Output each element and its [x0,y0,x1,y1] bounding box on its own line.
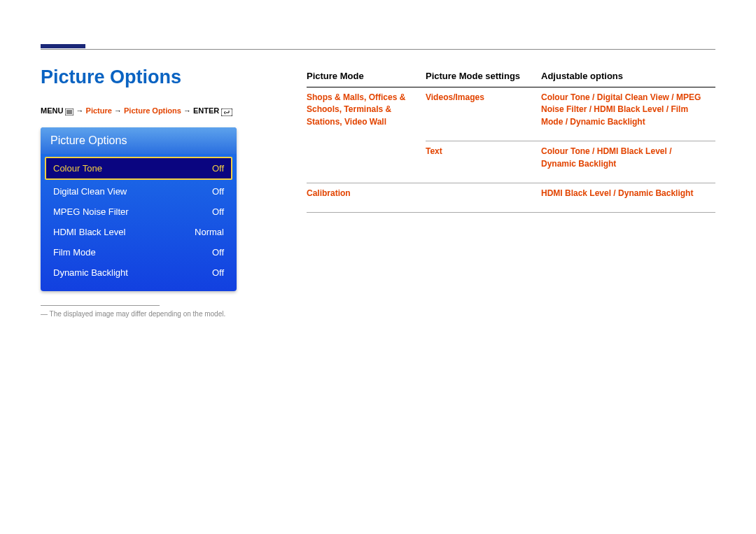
enter-icon [221,107,232,116]
osd-row-colour-tone[interactable]: Colour Tone Off [45,157,232,180]
right-column: Picture Mode Picture Mode settings Adjus… [307,66,715,318]
accent-bar [41,44,85,48]
osd-row-label: Dynamic Backlight [53,267,128,278]
osd-panel: Picture Options Colour Tone Off Digital … [41,127,237,291]
osd-row-value: Off [212,206,224,217]
cell-mode: Calibration [307,183,426,212]
table-row: Shops & Malls, Offices & Schools, Termin… [307,87,715,141]
options-table: Picture Mode Picture Mode settings Adjus… [307,66,715,213]
osd-row-film-mode[interactable]: Film Mode Off [46,242,231,262]
osd-row-value: Off [212,247,224,258]
th-adjustable: Adjustable options [541,66,715,87]
osd-row-label: Colour Tone [53,163,102,174]
osd-row-label: Digital Clean View [53,186,127,197]
breadcrumb-enter-label: ENTER [193,106,219,115]
breadcrumb-arrow-2: → [114,106,122,115]
cell-settings: Videos/Images [426,87,541,141]
osd-row-label: HDMI Black Level [53,227,125,237]
breadcrumb-picture: Picture [86,106,112,115]
left-column: Picture Options MENU → Picture → Picture… [41,66,307,318]
osd-row-value: Off [212,267,224,278]
osd-list: Colour Tone Off Digital Clean View Off M… [41,154,237,291]
osd-row-value: Normal [195,227,224,237]
cell-adjustable: Colour Tone / HDMI Black Level / Dynamic… [541,141,715,183]
page: Picture Options MENU → Picture → Picture… [0,0,756,42]
breadcrumb-picture-options: Picture Options [124,106,181,115]
breadcrumb-menu-label: MENU [41,106,63,115]
osd-row-label: Film Mode [53,247,96,258]
osd-row-dynamic-backlight[interactable]: Dynamic Backlight Off [46,262,231,283]
breadcrumb-arrow-1: → [76,106,84,115]
osd-header: Picture Options [41,127,237,154]
breadcrumb-arrow-3: → [183,106,191,115]
top-rule [41,49,715,50]
content-area: Picture Options MENU → Picture → Picture… [41,66,715,318]
osd-row-label: MPEG Noise Filter [53,206,129,217]
osd-row-mpeg-noise-filter[interactable]: MPEG Noise Filter Off [46,202,231,222]
page-title: Picture Options [41,66,286,88]
th-picture-mode-set: Picture Mode settings [426,66,541,87]
footnote: ― The displayed image may differ dependi… [41,310,286,318]
cell-adjustable: HDMI Black Level / Dynamic Backlight [541,183,715,212]
th-picture-mode: Picture Mode [307,66,426,87]
cell-adjustable: Colour Tone / Digital Clean View / MPEG … [541,87,715,141]
breadcrumb: MENU → Picture → Picture Options → ENTER [41,106,286,116]
footnote-rule [41,305,160,306]
cell-settings: Text [426,141,541,183]
cell-settings [426,183,541,212]
osd-row-digital-clean-view[interactable]: Digital Clean View Off [46,181,231,202]
table-row: Calibration HDMI Black Level / Dynamic B… [307,183,715,212]
cell-mode: Shops & Malls, Offices & Schools, Termin… [307,87,426,183]
osd-row-hdmi-black-level[interactable]: HDMI Black Level Normal [46,222,231,242]
osd-row-value: Off [212,186,224,197]
menu-icon [65,107,74,115]
osd-row-value: Off [212,163,224,174]
